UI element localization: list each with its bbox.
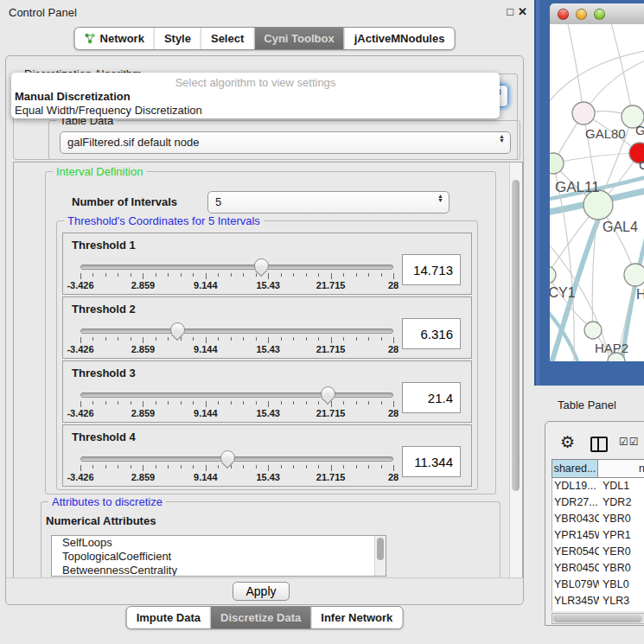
list-scrollbar[interactable] <box>374 536 386 576</box>
tab-label: Infer Network <box>321 611 392 624</box>
list-item[interactable]: BetweennessCentrality <box>52 564 386 577</box>
node-h[interactable] <box>624 264 644 286</box>
tab-impute-data[interactable]: Impute Data <box>127 607 210 628</box>
tab-label: Network <box>100 32 144 45</box>
column-header-name[interactable]: n <box>598 460 644 477</box>
list-item[interactable]: SelfLoops <box>52 536 386 550</box>
threshold-1-slider[interactable]: -3.426 2.859 9.144 15.43 21.715 28 <box>80 258 393 292</box>
node-gal80[interactable] <box>572 102 595 124</box>
threshold-4-slider[interactable]: -3.426 2.859 9.144 15.43 21.715 28 <box>80 450 393 484</box>
top-tab-bar: Network Style Select Cyni Toolbox jActiv… <box>74 27 456 50</box>
slider-track[interactable] <box>80 456 393 462</box>
tab-jactivemnodules[interactable]: jActiveMNodules <box>344 28 455 49</box>
threshold-label: Threshold 4 <box>72 430 136 443</box>
tab-label: Select <box>211 32 244 45</box>
slider-thumb[interactable] <box>220 450 235 465</box>
slider-tick-labels: -3.426 2.859 9.144 15.43 21.715 28 <box>80 408 393 418</box>
tab-network[interactable]: Network <box>75 28 154 49</box>
tab-label: Style <box>164 32 191 45</box>
threshold-2-panel: Threshold 2 -3.426 2.859 9.144 15.43 21.… <box>62 296 472 359</box>
node-label: C <box>639 157 644 172</box>
vertical-scrollbar[interactable] <box>509 163 522 579</box>
slider-tick-labels: -3.426 2.859 9.144 15.43 21.715 28 <box>80 344 393 354</box>
threshold-3-value-field[interactable] <box>402 382 461 413</box>
tab-style[interactable]: Style <box>154 28 201 49</box>
table-row[interactable]: YIL052CYIL0 <box>552 609 644 611</box>
tab-discretize-data[interactable]: Discretize Data <box>210 607 310 628</box>
table-body: YDL19...YDL1 YDR27...YDR2 YBR043CYBR0 YP… <box>552 478 644 611</box>
slider-thumb[interactable] <box>254 258 269 273</box>
threshold-1-panel: Threshold 1 -3.426 2.859 9.144 15.43 21.… <box>62 233 472 295</box>
horizontal-scrollbar[interactable] <box>552 613 644 624</box>
minimize-traffic-light-icon[interactable] <box>576 9 587 20</box>
gear-icon[interactable]: ⚙ <box>560 432 575 452</box>
close-traffic-light-icon[interactable] <box>558 9 569 20</box>
list-item[interactable]: TopologicalCoefficient <box>52 550 386 564</box>
node-hap2[interactable] <box>584 322 602 339</box>
panel-title: Control Panel <box>9 6 77 19</box>
split-columns-icon[interactable] <box>590 437 608 452</box>
group-title: Threshold's Coordinates for 5 Intervals <box>64 214 264 227</box>
float-window-icon[interactable]: □ <box>507 5 513 18</box>
attributes-group: Attributes to discretize Numerical Attri… <box>41 501 501 578</box>
scrollbar-thumb[interactable] <box>512 180 520 491</box>
node-gcy1[interactable] <box>550 266 556 284</box>
threshold-2-value-field[interactable] <box>402 318 461 349</box>
tab-infer-network[interactable]: Infer Network <box>310 607 402 628</box>
table-panel: ⚙ ☑☑ shared... n YDL19...YDL1 YDR27...YD… <box>545 421 644 626</box>
number-of-intervals-combobox[interactable]: 5 ▲▼ <box>207 191 450 214</box>
threshold-label: Threshold 1 <box>72 239 136 252</box>
network-canvas[interactable]: GAL80 G C GAL11 GAL4 GCY1 H HAP2 <box>550 24 644 361</box>
table-data-combobox[interactable]: galFiltered.sif default node ▲▼ <box>60 131 511 154</box>
numerical-attributes-label: Numerical Attributes <box>46 514 156 527</box>
slider-track[interactable] <box>80 392 393 398</box>
threshold-2-slider[interactable]: -3.426 2.859 9.144 15.43 21.715 28 <box>80 322 393 356</box>
threshold-3-panel: Threshold 3 -3.426 2.859 9.144 15.43 21.… <box>62 360 472 423</box>
threshold-4-value-field[interactable] <box>402 446 461 477</box>
table-row[interactable]: YBR045CYBR0 <box>552 560 644 577</box>
threshold-3-slider[interactable]: -3.426 2.859 9.144 15.43 21.715 28 <box>80 386 393 420</box>
slider-thumb[interactable] <box>321 386 335 401</box>
group-title: Attributes to discretize <box>48 495 166 508</box>
table-row[interactable]: YBL079WYBL0 <box>552 577 644 593</box>
network-icon <box>85 33 96 44</box>
zoom-traffic-light-icon[interactable] <box>594 9 605 20</box>
threshold-coordinates-group: Threshold's Coordinates for 5 Intervals … <box>56 220 478 490</box>
network-view-window[interactable]: GAL80 G C GAL11 GAL4 GCY1 H HAP2 <box>534 0 644 386</box>
table-row[interactable]: YBR043CYBR0 <box>552 511 644 527</box>
slider-thumb[interactable] <box>170 322 185 337</box>
node-gal11[interactable] <box>550 153 564 174</box>
cyni-toolbox-panel: Discretization Algorithm ▲▼ Table Data g… <box>5 55 524 605</box>
threshold-4-panel: Threshold 4 -3.426 2.859 9.144 15.43 21.… <box>62 424 472 487</box>
slider-tick-labels: -3.426 2.859 9.144 15.43 21.715 28 <box>80 472 393 482</box>
close-icon[interactable]: ✕ <box>518 5 527 18</box>
dropdown-option-manual-discretization[interactable]: Manual Discretization <box>15 90 131 103</box>
dropdown-option-equal-width-frequency[interactable]: Equal Width/Frequency Discretization <box>15 104 202 117</box>
slider-track[interactable] <box>80 328 393 334</box>
slider-track[interactable] <box>80 265 393 270</box>
tab-cyni-toolbox[interactable]: Cyni Toolbox <box>253 28 343 49</box>
group-title: Interval Definition <box>53 165 146 178</box>
column-checkboxes-icon[interactable]: ☑☑ <box>619 436 640 448</box>
network-window-titlebar[interactable] <box>550 3 644 25</box>
node-label: H <box>636 287 644 302</box>
table-row[interactable]: YER054CYER0 <box>552 544 644 560</box>
control-panel-titlebar: Control Panel □ ✕ <box>0 0 529 22</box>
table-row[interactable]: YLR345WYLR3 <box>552 593 644 609</box>
algorithm-dropdown-popup: Select algorithm to view settings Manual… <box>11 73 500 118</box>
node-label: GAL80 <box>585 126 626 141</box>
table-row[interactable]: YDR27...YDR2 <box>552 494 644 511</box>
node-label: GCY1 <box>550 285 576 300</box>
column-header-shared-name[interactable]: shared... <box>552 460 598 477</box>
tab-select[interactable]: Select <box>201 28 253 49</box>
threshold-1-value-field[interactable] <box>402 254 461 285</box>
apply-row: Apply <box>6 577 523 604</box>
bottom-tab-bar: Impute Data Discretize Data Infer Networ… <box>126 606 404 629</box>
scrollbar-thumb[interactable] <box>553 615 642 622</box>
table-row[interactable]: YPR145WYPR1 <box>552 527 644 544</box>
apply-button[interactable]: Apply <box>233 582 290 601</box>
node-label: G <box>635 123 644 137</box>
control-panel-window: Control Panel □ ✕ Network Style Select C… <box>0 0 529 644</box>
table-row[interactable]: YDL19...YDL1 <box>552 478 644 494</box>
tab-label: jActiveMNodules <box>354 32 445 45</box>
